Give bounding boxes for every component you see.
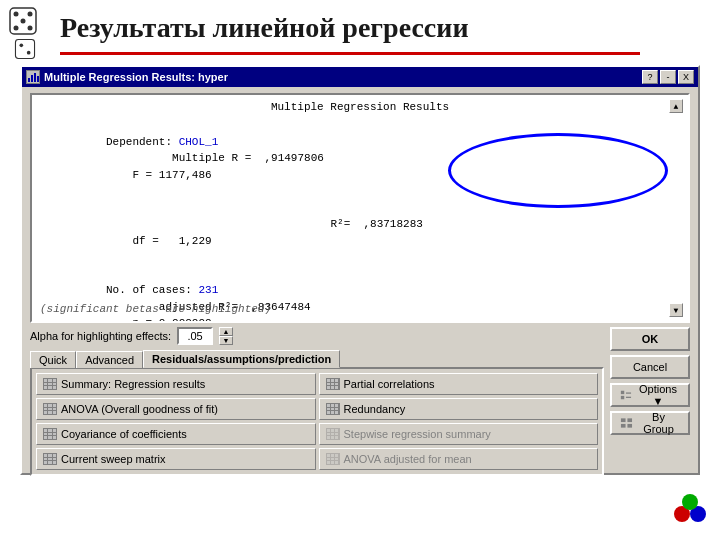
- df-value: 1,229: [179, 235, 212, 247]
- svg-rect-12: [37, 76, 39, 82]
- results-line1: Dependent: CHOL_1 Multiple R = ,91497806…: [40, 117, 680, 200]
- title-bar: Multiple Regression Results: hyper ? - X: [22, 67, 698, 87]
- page-bottom-right-icon: [670, 486, 710, 530]
- minimize-button[interactable]: -: [660, 70, 676, 84]
- grid-icon-1: [43, 378, 57, 390]
- svg-rect-9: [28, 78, 30, 82]
- by-group-button[interactable]: By Group: [610, 411, 690, 435]
- cancel-button[interactable]: Cancel: [610, 355, 690, 379]
- results-scrollbar[interactable]: ▲ ▼: [668, 99, 684, 317]
- svg-rect-17: [621, 418, 626, 422]
- spinner-up[interactable]: ▲: [219, 327, 233, 336]
- alpha-input[interactable]: [177, 327, 213, 345]
- close-button[interactable]: X: [678, 70, 694, 84]
- dependent-var: CHOL_1: [179, 136, 219, 148]
- svg-point-1: [14, 12, 19, 17]
- svg-point-3: [28, 12, 33, 17]
- lower-section: Alpha for highlighting effects: ▲ ▼ Quic…: [30, 327, 690, 476]
- spacer1: Multiple R =: [106, 152, 264, 164]
- title-bar-buttons: ? - X: [642, 70, 694, 84]
- title-bar-text: Multiple Regression Results: hyper: [44, 71, 228, 83]
- svg-rect-20: [627, 424, 632, 428]
- btn-stepwise[interactable]: Stepwise regression summary: [319, 423, 599, 445]
- grid-icon-5: [43, 428, 57, 440]
- chart-icon: [27, 71, 39, 83]
- title-bar-icon: [26, 70, 40, 84]
- lower-left: Alpha for highlighting effects: ▲ ▼ Quic…: [30, 327, 604, 476]
- btn-summary-regression[interactable]: Summary: Regression results: [36, 373, 316, 395]
- btn-covariance[interactable]: Coyariance of coefficients: [36, 423, 316, 445]
- svg-rect-19: [621, 424, 626, 428]
- results-line2: R²= ,83718283 df = 1,229: [40, 200, 680, 266]
- buttons-grid: Summary: Regression results Partial corr…: [30, 367, 604, 476]
- help-button[interactable]: ?: [642, 70, 658, 84]
- grid-icon-7: [43, 453, 57, 465]
- grid-icon-6: [326, 428, 340, 440]
- page-title: Результаты линейной регрессии: [60, 12, 469, 44]
- df-label: df =: [106, 235, 179, 247]
- scroll-up-btn[interactable]: ▲: [669, 99, 683, 113]
- results-heading: Multiple Regression Results: [40, 101, 680, 113]
- svg-rect-6: [15, 39, 34, 58]
- btn-sweep-matrix[interactable]: Current sweep matrix: [36, 448, 316, 470]
- dice-icon-1: [8, 6, 38, 36]
- title-bar-left: Multiple Regression Results: hyper: [26, 70, 228, 84]
- svg-point-5: [21, 19, 26, 24]
- svg-point-2: [28, 26, 33, 31]
- tab-advanced[interactable]: Advanced: [76, 351, 143, 368]
- grid-icon-8: [326, 453, 340, 465]
- dialog-content: Multiple Regression Results Dependent: C…: [22, 87, 698, 480]
- svg-rect-15: [626, 392, 631, 393]
- svg-rect-11: [34, 73, 36, 82]
- btn-anova-overall[interactable]: ANOVA (Overall goodness of fit): [36, 398, 316, 420]
- dependent-label: Dependent:: [106, 136, 179, 148]
- btn-partial-correlations[interactable]: Partial correlations: [319, 373, 599, 395]
- r-value: ,91497806: [264, 152, 323, 164]
- sig-betas-note: (significant betas are highlighted): [40, 303, 271, 315]
- svg-point-4: [14, 26, 19, 31]
- p-value: 0,000000: [159, 317, 212, 323]
- svg-rect-10: [31, 75, 33, 82]
- alpha-row: Alpha for highlighting effects: ▲ ▼: [30, 327, 604, 345]
- svg-point-7: [20, 44, 24, 48]
- title-underline: [60, 52, 640, 55]
- dice-icon-2: [14, 38, 36, 60]
- tab-quick[interactable]: Quick: [30, 351, 76, 368]
- page-background: Результаты линейной регрессии Multiple R…: [0, 0, 720, 540]
- tab-residuals[interactable]: Residuals/assumptions/prediction: [143, 350, 340, 368]
- r2-value: ,83718283: [363, 218, 422, 230]
- svg-rect-14: [621, 396, 624, 399]
- options-icon: [620, 389, 632, 401]
- results-area: Multiple Regression Results Dependent: C…: [30, 93, 690, 323]
- f-value: 1177,486: [159, 169, 212, 181]
- svg-rect-16: [626, 397, 631, 398]
- svg-point-8: [27, 51, 31, 55]
- scroll-down-btn[interactable]: ▼: [669, 303, 683, 317]
- svg-point-23: [682, 494, 698, 510]
- tabs-row: Quick Advanced Residuals/assumptions/pre…: [30, 349, 604, 367]
- p-label: p =: [106, 317, 159, 323]
- svg-rect-13: [621, 391, 624, 394]
- grid-icon-4: [326, 403, 340, 415]
- ok-button[interactable]: OK: [610, 327, 690, 351]
- btn-anova-mean[interactable]: ANOVA adjusted for mean: [319, 448, 599, 470]
- cases-value: 231: [198, 284, 218, 296]
- lower-right-buttons: OK Cancel Options ▼: [610, 327, 690, 476]
- f-label: F =: [106, 169, 159, 181]
- grid-icon-2: [326, 378, 340, 390]
- spinner-down[interactable]: ▼: [219, 336, 233, 345]
- top-left-icons: [8, 6, 38, 60]
- dialog-window: Multiple Regression Results: hyper ? - X…: [20, 65, 700, 475]
- svg-rect-18: [627, 418, 632, 422]
- cases-label: No. of cases:: [106, 284, 198, 296]
- toys-icon: [670, 486, 710, 526]
- alpha-label: Alpha for highlighting effects:: [30, 330, 171, 342]
- by-group-icon: [620, 417, 633, 429]
- options-button[interactable]: Options ▼: [610, 383, 690, 407]
- grid-icon-3: [43, 403, 57, 415]
- spacer2: R²=: [106, 218, 363, 230]
- btn-redundancy[interactable]: Redundancy: [319, 398, 599, 420]
- alpha-spinner[interactable]: ▲ ▼: [219, 327, 233, 345]
